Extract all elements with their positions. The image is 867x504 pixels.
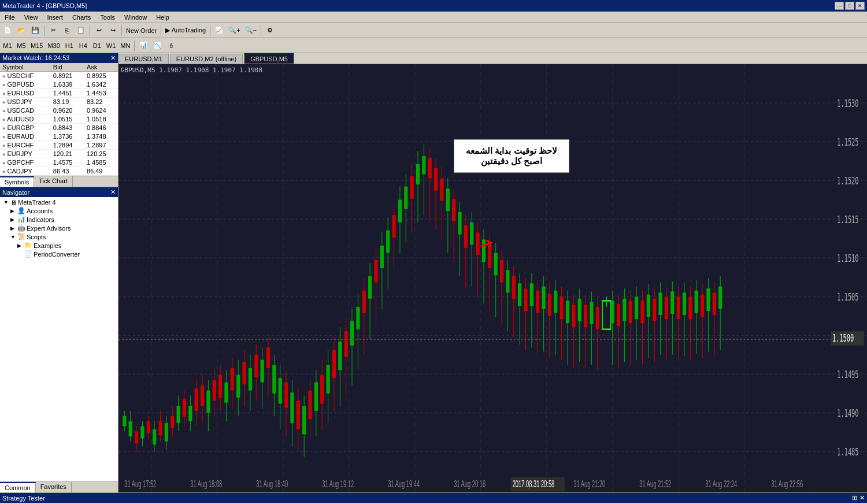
chart-line-btn[interactable]: 📊 — [137, 39, 150, 52]
market-watch-row[interactable]: ● GBPUSD 1.6339 1.6342 — [0, 80, 118, 89]
market-watch-close[interactable]: ✕ — [110, 54, 116, 62]
svg-rect-77 — [284, 382, 288, 407]
st-close[interactable]: ✕ — [859, 494, 865, 502]
market-watch-row[interactable]: ● EURCHF 1.2894 1.2897 — [0, 141, 118, 150]
paste-button[interactable]: 📋 — [75, 24, 87, 37]
market-watch-tabs: Symbols Tick Chart — [0, 176, 118, 187]
svg-rect-29 — [140, 426, 144, 438]
bid-cell: 1.4575 — [51, 158, 84, 167]
svg-text:2017.08.31 20:58: 2017.08.31 20:58 — [513, 479, 555, 490]
svg-rect-151 — [506, 270, 509, 292]
undo-button[interactable]: ↩ — [92, 24, 105, 37]
chart-tab-eurusd-m2[interactable]: EURUSD,M2 (offline) — [170, 54, 243, 64]
tab-symbols[interactable]: Symbols — [0, 176, 34, 187]
expand-accounts: ▶ — [10, 208, 17, 214]
save-button[interactable]: 💾 — [29, 24, 42, 37]
market-watch-row[interactable]: ● USDJPY 83.19 83.22 — [0, 98, 118, 106]
period-m1[interactable]: M1 — [1, 39, 14, 52]
navigator-close[interactable]: ✕ — [110, 188, 116, 196]
period-h4[interactable]: H4 — [77, 39, 90, 52]
svg-text:31 Aug 22:24: 31 Aug 22:24 — [705, 479, 737, 490]
svg-rect-83 — [302, 406, 306, 434]
sep6 — [261, 25, 261, 36]
svg-rect-115 — [398, 200, 402, 223]
period-h1[interactable]: H1 — [63, 39, 76, 52]
bid-cell: 1.3736 — [51, 132, 84, 141]
market-watch-row[interactable]: ● EURJPY 120.21 120.25 — [0, 150, 118, 158]
maximize-button[interactable]: □ — [845, 2, 854, 10]
new-button[interactable]: 📄 — [1, 24, 14, 37]
tree-node-expert-advisors[interactable]: ▶ 🤖 Expert Advisors — [1, 224, 117, 232]
market-watch-row[interactable]: ● GBPCHF 1.4575 1.4585 — [0, 158, 118, 167]
period-m15[interactable]: M15 — [29, 39, 45, 52]
open-button[interactable]: 📂 — [15, 24, 28, 37]
market-watch-row[interactable]: ● EURUSD 1.4451 1.4453 — [0, 89, 118, 98]
ask-cell: 1.4585 — [84, 158, 118, 167]
menu-view[interactable]: View — [20, 13, 43, 22]
menu-window[interactable]: Window — [120, 13, 151, 22]
tree-node-accounts[interactable]: ▶ 👤 Accounts — [1, 206, 117, 215]
chart-tab-gbpusd-m5[interactable]: GBPUSD,M5 — [244, 53, 294, 64]
chart-candle-btn[interactable]: 🕯 — [165, 39, 177, 52]
zoom-out-btn[interactable]: 🔍− — [243, 24, 258, 37]
tree-node-indicators[interactable]: ▶ 📊 Indicators — [1, 215, 117, 224]
nav-tab-favorites[interactable]: Favorites — [36, 482, 72, 492]
strategy-tester: Strategy Tester ⊞ ✕ Expert Advisor: 2 MA… — [0, 493, 867, 504]
svg-rect-111 — [386, 231, 390, 253]
line-btn[interactable]: 📈 — [213, 24, 225, 37]
market-watch-row[interactable]: ● CADJPY 86.43 86.49 — [0, 167, 118, 176]
new-order-button[interactable]: New Order — [124, 24, 158, 37]
svg-text:1.1495: 1.1495 — [837, 369, 858, 381]
tree-node-scripts[interactable]: ▼ 📜 Scripts — [1, 232, 117, 241]
svg-rect-47 — [195, 388, 198, 411]
svg-rect-125 — [428, 158, 432, 178]
menu-file[interactable]: File — [0, 13, 20, 22]
tab-tick-chart[interactable]: Tick Chart — [34, 176, 73, 187]
market-watch-row[interactable]: ● EURAUD 1.3736 1.3748 — [0, 132, 118, 141]
autotrading-button[interactable]: ▶ AutoTrading — [164, 24, 208, 37]
svg-text:31 Aug 17:52: 31 Aug 17:52 — [124, 479, 156, 490]
period-m5[interactable]: M5 — [15, 39, 28, 52]
menu-help[interactable]: Help — [151, 13, 174, 22]
close-button[interactable]: ✕ — [855, 2, 865, 10]
nav-tab-common[interactable]: Common — [0, 482, 36, 492]
cut-button[interactable]: ✂ — [47, 24, 60, 37]
symbol-cell: ● USDCAD — [0, 106, 51, 115]
tree-node-period-converter[interactable]: 📄 PeriodConverter — [1, 250, 117, 258]
menu-insert[interactable]: Insert — [42, 13, 68, 22]
svg-rect-187 — [617, 304, 620, 327]
svg-rect-201 — [658, 292, 662, 315]
settings-btn[interactable]: ⚙ — [264, 24, 276, 37]
window-controls[interactable]: — □ ✕ — [835, 2, 865, 10]
menu-tools[interactable]: Tools — [95, 13, 120, 22]
market-watch-row[interactable]: ● USDCAD 0.9620 0.9624 — [0, 106, 118, 115]
market-watch-row[interactable]: ● AUDUSD 1.0515 1.0518 — [0, 115, 118, 124]
bid-cell: 0.9620 — [51, 106, 84, 115]
symbol-cell: ● CADJPY — [0, 167, 51, 176]
tree-node-mt4[interactable]: ▼ 🖥 MetaTrader 4 — [1, 198, 117, 206]
ask-cell: 0.9624 — [84, 106, 118, 115]
chart-bar-btn[interactable]: 📉 — [151, 39, 164, 52]
minimize-button[interactable]: — — [835, 2, 844, 10]
chart-tab-eurusd-m1[interactable]: EURUSD,M1 — [118, 54, 169, 64]
navigator-title: Navigator — [2, 189, 29, 196]
market-watch-row[interactable]: ● USDCHF 0.8921 0.8925 — [0, 72, 118, 80]
symbol-cell: ● GBPUSD — [0, 80, 51, 89]
svg-rect-91 — [326, 365, 329, 393]
st-resize[interactable]: ⊞ — [852, 494, 857, 502]
period-mn[interactable]: MN — [118, 39, 132, 52]
svg-rect-95 — [338, 342, 342, 370]
symbol-cell: ● USDJPY — [0, 98, 51, 106]
period-d1[interactable]: D1 — [91, 39, 103, 52]
tree-node-examples[interactable]: ▶ 📁 Examples — [1, 241, 117, 250]
zoom-in-btn[interactable]: 🔍+ — [227, 24, 242, 37]
svg-rect-41 — [176, 406, 180, 423]
bid-cell: 120.21 — [51, 150, 84, 158]
svg-text:31 Aug 18:40: 31 Aug 18:40 — [256, 479, 288, 490]
market-watch-row[interactable]: ● EURGBP 0.8843 0.8846 — [0, 124, 118, 132]
menu-charts[interactable]: Charts — [68, 13, 95, 22]
redo-button[interactable]: ↪ — [106, 24, 119, 37]
period-w1[interactable]: W1 — [105, 39, 118, 52]
period-m30[interactable]: M30 — [46, 39, 61, 52]
copy-button[interactable]: ⎘ — [61, 24, 73, 37]
